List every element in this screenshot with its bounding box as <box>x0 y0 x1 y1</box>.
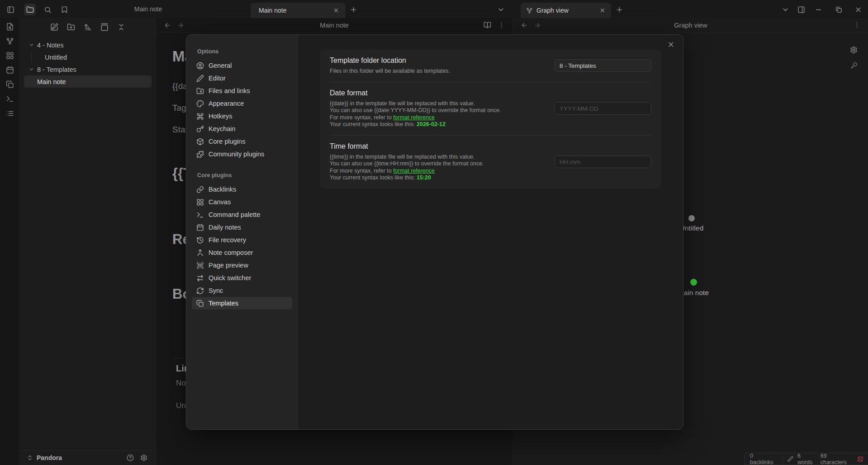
close-tab-icon[interactable] <box>598 5 607 15</box>
ribbon-terminal-icon[interactable] <box>4 93 16 104</box>
ribbon-git-fork-icon[interactable] <box>4 35 16 47</box>
graph-node-main-note[interactable] <box>690 279 697 286</box>
tab-main-note-inactive[interactable]: Main note <box>113 0 183 18</box>
settings-nav-item-page-preview[interactable]: Page preview <box>192 259 292 272</box>
new-folder-icon[interactable] <box>66 22 76 33</box>
ribbon-calendar-icon[interactable] <box>4 64 16 75</box>
settings-nav-item-backlinks[interactable]: Backlinks <box>192 183 292 196</box>
status-bar: 0 backlinks 6 words 69 characters <box>744 453 868 465</box>
reading-view-icon[interactable] <box>484 21 491 29</box>
settings-nav-item-daily-notes[interactable]: Daily notes <box>192 221 292 234</box>
sync-error-icon[interactable] <box>857 456 863 462</box>
settings-nav-item-keychain[interactable]: Keychain <box>192 122 292 135</box>
file-explorer: 4 - Notes Untitled 8 - Templates Main no… <box>20 18 156 465</box>
window-restore-button[interactable] <box>833 4 844 15</box>
settings-nav-item-editor[interactable]: Editor <box>192 72 292 85</box>
ribbon-file-search-icon[interactable] <box>4 21 16 32</box>
tab-graph-view-active[interactable]: Graph view <box>521 3 611 18</box>
settings-nav-item-sync[interactable]: Sync <box>192 284 292 297</box>
setting-name: Template folder location <box>330 56 544 65</box>
ribbon-copy-icon[interactable] <box>4 79 16 90</box>
search-icon[interactable] <box>42 4 53 15</box>
settings-nav-item-general[interactable]: General <box>192 59 292 72</box>
new-tab-button[interactable] <box>347 4 359 15</box>
backlinks-status[interactable]: 0 backlinks <box>745 453 783 465</box>
window-minimize-button[interactable] <box>812 4 824 15</box>
settings-nav-item-appearance[interactable]: Appearance <box>192 97 292 110</box>
setting-name: Date format <box>330 89 544 97</box>
template-folder-input[interactable] <box>555 59 651 72</box>
user-icon <box>196 62 204 70</box>
nav-item-label: File recovery <box>209 236 246 244</box>
modal-close-icon[interactable] <box>666 39 676 49</box>
pencil-icon <box>196 75 204 82</box>
setting-time-format: Time format {{time}} in the template fil… <box>330 135 651 188</box>
more-options-icon[interactable] <box>853 21 861 29</box>
tab-list-chevron-down-icon[interactable] <box>495 4 507 15</box>
graph-node-untitled[interactable] <box>688 215 695 221</box>
more-options-icon[interactable] <box>498 21 505 29</box>
settings-nav: OptionsGeneralEditorFiles and linksAppea… <box>186 35 298 429</box>
tab-main-note-active[interactable]: Main note <box>251 3 346 18</box>
auto-reveal-icon[interactable] <box>99 22 110 33</box>
navigate-forward-icon[interactable] <box>534 22 541 29</box>
graph-wand-icon[interactable] <box>848 59 860 71</box>
help-icon[interactable] <box>125 453 135 463</box>
ribbon-list-icon[interactable] <box>4 108 16 119</box>
settings-nav-item-note-composer[interactable]: Note composer <box>192 246 292 259</box>
description-text: {{time}} in the template file will be re… <box>330 154 474 160</box>
time-format-input[interactable] <box>555 155 651 168</box>
scan-eye-icon <box>196 262 204 269</box>
graph-settings-gear-icon[interactable] <box>848 44 859 56</box>
new-tab-button[interactable] <box>613 4 625 15</box>
folder-label: 4 - Notes <box>37 42 64 49</box>
date-format-input[interactable] <box>555 102 651 115</box>
settings-nav-item-quick-switcher[interactable]: Quick switcher <box>192 272 292 284</box>
folder-row-4-notes[interactable]: 4 - Notes <box>24 39 152 51</box>
settings-nav-item-command-palette[interactable]: Command palette <box>192 208 292 221</box>
file-row-untitled[interactable]: Untitled <box>24 51 152 63</box>
syntax-preview-value: 2026-02-12 <box>417 121 446 127</box>
navigate-back-icon[interactable] <box>164 22 171 29</box>
description-text: You can also use {{date:YYYY-MM-DD}} to … <box>330 107 501 113</box>
navigate-back-icon[interactable] <box>521 22 528 29</box>
right-sidebar-toggle-icon[interactable] <box>795 4 807 15</box>
files-tab-folder-icon[interactable] <box>24 4 36 15</box>
chevron-down-icon <box>28 42 34 48</box>
folder-label: 8 - Templates <box>37 66 76 73</box>
settings-nav-item-community-plugins[interactable]: Community plugins <box>192 148 292 160</box>
sort-order-icon[interactable] <box>82 22 93 33</box>
settings-nav-item-file-recovery[interactable]: File recovery <box>192 234 292 246</box>
edit-mode-pencil-icon[interactable] <box>787 456 793 462</box>
nav-item-label: Community plugins <box>209 150 264 158</box>
folder-row-8-templates[interactable]: 8 - Templates <box>24 63 152 75</box>
note-text-fragment: Stat <box>172 125 188 135</box>
editor-pane-header: Main note <box>156 18 512 33</box>
left-sidebar-toggle-icon[interactable] <box>5 4 16 15</box>
key-icon <box>196 125 204 133</box>
command-icon <box>196 113 204 120</box>
bookmarks-icon[interactable] <box>58 4 70 15</box>
settings-nav-item-canvas[interactable]: Canvas <box>192 196 292 208</box>
window-close-button[interactable] <box>852 4 864 15</box>
setting-description-line: For more syntax, refer to format referen… <box>330 168 544 175</box>
settings-nav-item-files-and-links[interactable]: Files and links <box>192 85 292 97</box>
vault-switcher[interactable]: Pandora <box>20 450 155 465</box>
close-tab-icon[interactable] <box>331 5 341 15</box>
ribbon <box>0 18 20 465</box>
settings-panel: Template folder location Files in this f… <box>320 50 661 188</box>
navigate-forward-icon[interactable] <box>177 22 184 29</box>
tab-label: Main note <box>259 7 331 14</box>
settings-nav-item-templates[interactable]: Templates <box>192 297 292 310</box>
ribbon-layout-grid-icon[interactable] <box>4 50 16 61</box>
format-reference-link[interactable]: format reference <box>393 114 435 121</box>
settings-nav-item-hotkeys[interactable]: Hotkeys <box>192 110 292 122</box>
collapse-all-icon[interactable] <box>116 22 127 33</box>
format-reference-link[interactable]: format reference <box>393 168 435 174</box>
settings-nav-item-core-plugins[interactable]: Core plugins <box>192 135 292 148</box>
tab-list-chevron-down-icon[interactable] <box>779 4 791 15</box>
settings-gear-icon[interactable] <box>139 453 149 463</box>
vault-name: Pandora <box>37 454 62 461</box>
new-note-icon[interactable] <box>49 22 60 33</box>
file-row-main-note-selected[interactable]: Main note <box>24 75 152 88</box>
